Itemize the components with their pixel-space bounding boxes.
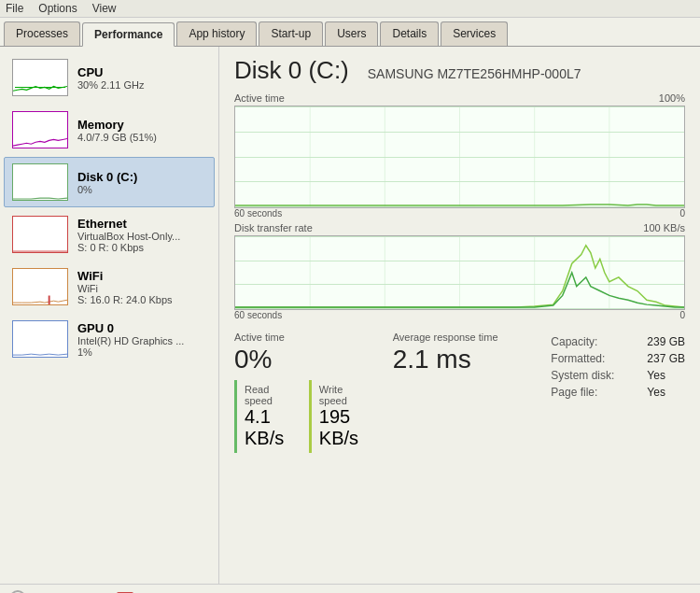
menu-bar: File Options View	[0, 0, 700, 18]
page-file-label: Page file:	[551, 386, 639, 399]
system-disk-row: System disk: Yes	[551, 369, 685, 382]
avg-response-label: Average response time	[393, 332, 533, 343]
menu-options[interactable]: Options	[38, 2, 77, 15]
stats-row: Active time 0% Read speed 4.1 KB/s Write…	[234, 332, 685, 574]
wifi-info: WiFi WiFi S: 16.0 R: 24.0 Kbps	[77, 269, 206, 305]
ethernet-sub1: VirtualBox Host-Only...	[77, 231, 206, 242]
page-file-value: Yes	[647, 386, 665, 399]
transfer-rate-label: Disk transfer rate	[234, 222, 313, 233]
disk-title: Disk 0 (C:)	[234, 56, 349, 85]
wifi-sub1: WiFi	[77, 283, 206, 294]
disk-thumbnail	[12, 163, 68, 201]
avg-response-value: 2.1 ms	[393, 345, 533, 374]
wifi-sub2: S: 16.0 R: 24.0 Kbps	[77, 294, 206, 305]
disk-info: Disk 0 (C:) 0%	[77, 170, 206, 195]
memory-sub: 4.0/7.9 GB (51%)	[77, 132, 206, 143]
system-disk-value: Yes	[647, 369, 665, 382]
tab-app-history[interactable]: App history	[176, 21, 257, 46]
main-content: CPU 30% 2.11 GHz Memory 4.0/7.9 GB (51%)	[0, 47, 700, 584]
formatted-value: 237 GB	[647, 352, 685, 365]
sidebar-item-disk[interactable]: Disk 0 (C:) 0%	[4, 157, 215, 207]
sidebar: CPU 30% 2.11 GHz Memory 4.0/7.9 GB (51%)	[0, 47, 219, 584]
disk-sub: 0%	[77, 184, 206, 195]
cpu-info: CPU 30% 2.11 GHz	[77, 65, 206, 91]
active-time-max: 100%	[659, 92, 685, 104]
write-speed-label: Write speed	[319, 384, 367, 406]
write-speed-block: Write speed 195 KB/s	[309, 380, 374, 453]
ethernet-sub2: S: 0 R: 0 Kbps	[77, 242, 206, 253]
active-time-stat: Active time 0% Read speed 4.1 KB/s Write…	[234, 332, 374, 574]
right-panel: Disk 0 (C:) SAMSUNG MZ7TE256HMHP-000L7 A…	[219, 47, 700, 584]
tab-users[interactable]: Users	[325, 21, 378, 46]
transfer-rate-chart-container: Disk transfer rate 100 KB/s	[234, 222, 685, 324]
sidebar-item-wifi[interactable]: WiFi WiFi S: 16.0 R: 24.0 Kbps	[4, 261, 215, 312]
tab-processes[interactable]: Processes	[4, 21, 80, 46]
transfer-rate-max: 100 KB/s	[643, 222, 685, 233]
sidebar-item-memory[interactable]: Memory 4.0/7.9 GB (51%)	[4, 105, 215, 155]
tab-services[interactable]: Services	[441, 21, 508, 46]
gpu-info: GPU 0 Intel(R) HD Graphics ... 1%	[77, 321, 206, 358]
menu-view[interactable]: View	[92, 2, 117, 15]
info-col: Capacity: 239 GB Formatted: 237 GB Syste…	[551, 332, 685, 574]
transfer-rate-svg	[235, 236, 684, 309]
capacity-label: Capacity:	[551, 335, 639, 348]
read-speed-label: Read speed	[245, 384, 292, 406]
system-disk-label: System disk:	[551, 369, 639, 382]
ethernet-thumbnail	[12, 216, 68, 253]
active-time-footer-right: 0	[679, 208, 685, 219]
active-time-chart	[234, 106, 685, 208]
capacity-value: 239 GB	[647, 335, 685, 348]
wifi-name: WiFi	[77, 269, 206, 283]
ethernet-name: Ethernet	[77, 217, 206, 231]
disk-header: Disk 0 (C:) SAMSUNG MZ7TE256HMHP-000L7	[234, 56, 685, 85]
gpu-sub2: 1%	[77, 346, 206, 358]
write-speed-value: 195 KB/s	[319, 406, 367, 449]
active-time-chart-container: Active time 100%	[234, 92, 685, 222]
sidebar-item-gpu[interactable]: GPU 0 Intel(R) HD Graphics ... 1%	[4, 314, 215, 364]
gpu-thumbnail	[12, 320, 68, 358]
active-time-stat-label: Active time	[234, 332, 374, 343]
active-time-footer-left: 60 seconds	[234, 208, 282, 219]
memory-info: Memory 4.0/7.9 GB (51%)	[77, 118, 206, 143]
avg-response-stat: Average response time 2.1 ms	[393, 332, 533, 574]
wifi-thumbnail	[12, 268, 68, 305]
active-time-stat-value: 0%	[234, 345, 374, 374]
formatted-label: Formatted:	[551, 352, 639, 365]
formatted-row: Formatted: 237 GB	[551, 352, 685, 365]
capacity-row: Capacity: 239 GB	[551, 335, 685, 348]
disk-name: Disk 0 (C:)	[77, 170, 206, 184]
read-speed-block: Read speed 4.1 KB/s	[234, 380, 300, 453]
active-time-svg	[235, 106, 684, 207]
bottom-bar: Fewer details Open Resource Monitor	[0, 584, 700, 593]
tab-start-up[interactable]: Start-up	[259, 21, 323, 46]
tab-bar: Processes Performance App history Start-…	[0, 18, 700, 47]
transfer-rate-chart	[234, 235, 685, 310]
active-time-label: Active time	[234, 92, 285, 104]
gpu-name: GPU 0	[77, 321, 206, 335]
tab-performance[interactable]: Performance	[82, 22, 175, 47]
transfer-rate-footer-right: 0	[679, 310, 685, 320]
cpu-sub: 30% 2.11 GHz	[77, 79, 206, 91]
tab-details[interactable]: Details	[380, 21, 439, 46]
disk-model: SAMSUNG MZ7TE256HMHP-000L7	[368, 66, 581, 81]
ethernet-info: Ethernet VirtualBox Host-Only... S: 0 R:…	[77, 217, 206, 253]
page-file-row: Page file: Yes	[551, 386, 685, 399]
transfer-rate-label-row: Disk transfer rate 100 KB/s	[234, 222, 685, 233]
active-time-label-row: Active time 100%	[234, 92, 685, 104]
sidebar-item-cpu[interactable]: CPU 30% 2.11 GHz	[4, 52, 215, 103]
sidebar-item-ethernet[interactable]: Ethernet VirtualBox Host-Only... S: 0 R:…	[4, 209, 215, 260]
menu-file[interactable]: File	[6, 2, 23, 15]
transfer-rate-footer: 60 seconds 0	[234, 310, 685, 320]
cpu-name: CPU	[77, 65, 206, 79]
gpu-sub1: Intel(R) HD Graphics ...	[77, 335, 206, 346]
memory-name: Memory	[77, 118, 206, 132]
cpu-thumbnail	[12, 59, 68, 96]
read-speed-value: 4.1 KB/s	[245, 406, 292, 449]
memory-thumbnail	[12, 111, 68, 148]
active-time-footer: 60 seconds 0	[234, 208, 685, 219]
transfer-rate-footer-left: 60 seconds	[234, 310, 282, 320]
speed-row: Read speed 4.1 KB/s Write speed 195 KB/s	[234, 380, 374, 453]
